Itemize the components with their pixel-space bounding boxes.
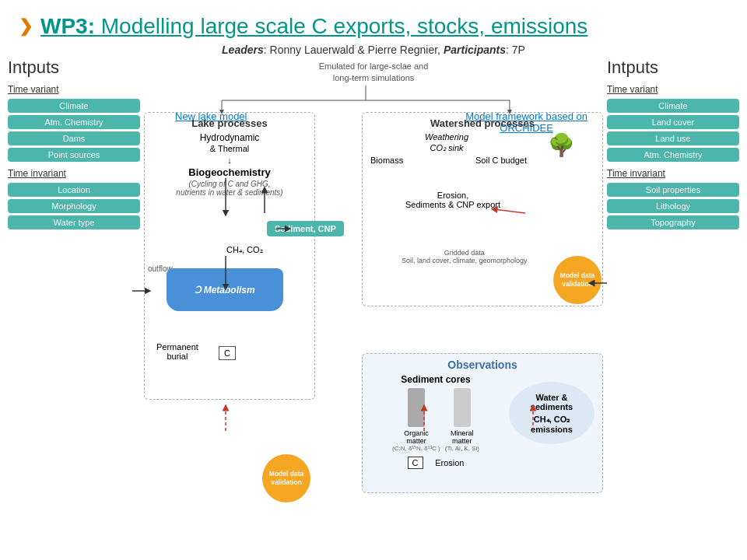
- left-badge-morphology: Morphology: [8, 199, 140, 213]
- left-badge-atm-chem: Atm. Chemistry: [8, 115, 140, 129]
- right-inputs-title: Intputs: [607, 58, 739, 78]
- right-badge-land-cover: Land cover: [607, 115, 739, 129]
- left-inputs-title: Intputs: [8, 58, 140, 78]
- page-title: WP3: Modelling large scale C exports, st…: [40, 14, 587, 39]
- right-inputs-panel: Intputs Time variant Climate Land cover …: [607, 58, 739, 232]
- mineral-sub: (Ti, Al, K, Si): [445, 445, 479, 452]
- watershed-title: Watershed processes: [367, 117, 598, 129]
- mineral-cylinder: [454, 388, 471, 427]
- mineral-label: Mineralmatter: [445, 429, 479, 445]
- gridded-label: Gridded dataSoil, land cover, climate, g…: [402, 249, 528, 264]
- sediment-cnp-badge: Sediment, CNP: [267, 221, 344, 236]
- hydro-label: Hydrodynamic& Thermal: [149, 132, 310, 154]
- c-box-obs: C: [408, 457, 423, 469]
- right-time-variant-label: Time variant: [607, 84, 739, 95]
- left-time-invariant-label: Time invariant: [8, 168, 140, 179]
- c-box-lake: C: [219, 346, 236, 360]
- right-badge-land-use: Land use: [607, 131, 739, 145]
- down-arrow-1: ↓: [149, 156, 310, 165]
- right-badge-atm-chem: Atm. Chemistry: [607, 148, 739, 162]
- chevron-icon: ❯: [19, 16, 33, 37]
- model-data-validation-1: Model datavalidation: [553, 256, 601, 304]
- soil-c-label: Soil C budget: [475, 156, 527, 165]
- erosion-obs-label: Erosion: [435, 458, 464, 467]
- cores-items: Organicmatter (C:N, δ¹⁵N, δ¹³C ) Mineral…: [370, 388, 501, 452]
- left-badge-water-type: Water type: [8, 215, 140, 229]
- right-badge-soil-props: Soil properties: [607, 183, 739, 197]
- obs-content: Sediment cores Organicmatter (C:N, δ¹⁵N,…: [367, 374, 598, 468]
- sediment-cores-section: Sediment cores Organicmatter (C:N, δ¹⁵N,…: [370, 374, 501, 468]
- wp3-label: WP3:: [40, 14, 95, 38]
- subtitle: Leaders: Ronny Lauerwald & Pierre Regnie…: [0, 44, 747, 56]
- erosion-label: Erosion,Sediments & CNP export: [405, 191, 500, 209]
- biomass-label: Biomass: [370, 156, 403, 165]
- organic-matter-item: Organicmatter (C:N, δ¹⁵N, δ¹³C ): [392, 388, 440, 452]
- observations-title: Observations: [367, 359, 598, 371]
- left-badge-climate: Climate: [8, 99, 140, 113]
- permanent-burial-label: Permanentburial: [156, 342, 198, 361]
- metabolism-label: Ↄ Metabolism: [195, 285, 254, 296]
- right-badge-lithology: Lithology: [607, 199, 739, 213]
- main-diagram: Intputs Time variant Climate Atm. Chemis…: [0, 58, 747, 509]
- model-data-validation-2: Model datavalidation: [262, 454, 310, 502]
- right-badge-topography: Topography: [607, 215, 739, 229]
- right-badge-climate: Climate: [607, 99, 739, 113]
- c-erosion-row: C Erosion: [370, 457, 501, 468]
- sediment-cores-label: Sediment cores: [370, 374, 501, 385]
- title-rest: Modelling large scale C exports, stocks,…: [95, 14, 587, 38]
- participants-label: Participants: [444, 44, 506, 56]
- metabolism-shape: Ↄ Metabolism: [167, 268, 283, 311]
- ch4-co2-emissions-label: CH₄, CO₂emissions: [531, 415, 573, 434]
- left-badge-dams: Dams: [8, 131, 140, 145]
- lake-processes-box: Lake processes Hydrodynamic& Thermal ↓ B…: [144, 112, 315, 400]
- tree-icon: 🌳: [548, 132, 575, 158]
- weathering-label: WeatheringCO₂ sink: [425, 131, 468, 154]
- center-diagram: Emulated for large-sclae andlong-term si…: [144, 58, 603, 509]
- biogeochem-sub: (Cycling of C and GHG,nutrients in water…: [149, 180, 310, 197]
- observations-box: Observations Sediment cores Organicmatte…: [362, 353, 603, 493]
- ch4-co2-label: CH₄, CO₂: [226, 245, 263, 255]
- left-inputs-panel: Intputs Time variant Climate Atm. Chemis…: [8, 58, 140, 232]
- left-time-variant-label: Time variant: [8, 84, 140, 95]
- left-badge-location: Location: [8, 183, 140, 197]
- biogeochem-label: Biogeochemistry: [149, 166, 310, 178]
- water-sediments-label: Water &sediments: [531, 393, 573, 411]
- mineral-matter-item: Mineralmatter (Ti, Al, K, Si): [445, 388, 479, 452]
- left-badge-point-sources: Point sources: [8, 148, 140, 162]
- leaders-label: Leaders: [222, 44, 264, 56]
- organic-sub: (C:N, δ¹⁵N, δ¹³C ): [392, 445, 440, 452]
- participants-val: : 7P: [506, 44, 525, 56]
- right-time-invariant-label: Time invariant: [607, 168, 739, 179]
- water-sediments-cloud: Water &sediments CH₄, CO₂emissions: [509, 382, 594, 444]
- organic-cylinder: [408, 388, 425, 427]
- leaders-names: : Ronny Lauerwald & Pierre Regnier,: [264, 44, 444, 56]
- organic-label: Organicmatter: [392, 429, 440, 445]
- lake-processes-title: Lake processes: [149, 117, 310, 129]
- page-header: ❯ WP3: Modelling large scale C exports, …: [0, 0, 747, 42]
